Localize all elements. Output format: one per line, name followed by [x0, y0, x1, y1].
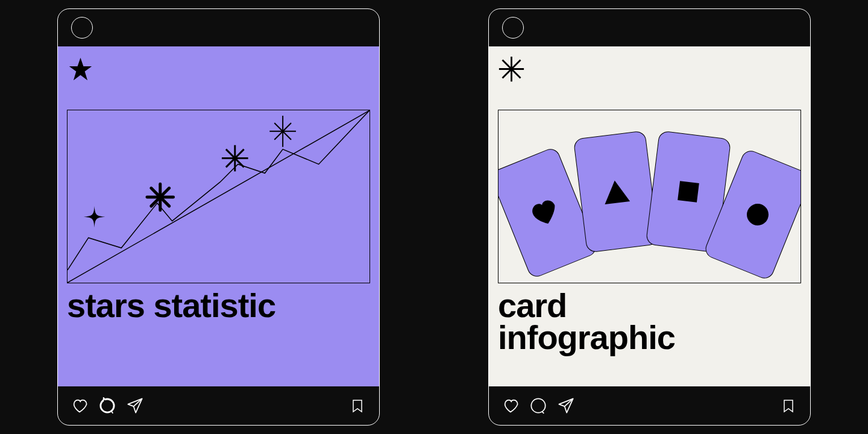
svg-rect-18 — [678, 181, 699, 203]
bookmark-icon[interactable] — [780, 397, 797, 414]
svg-point-19 — [744, 201, 772, 229]
avatar-circle[interactable] — [71, 17, 93, 39]
comment-icon[interactable] — [530, 397, 547, 414]
comment-icon[interactable] — [99, 397, 116, 414]
social-post-cards: card infographic — [488, 8, 811, 426]
post-content: card infographic — [489, 46, 810, 386]
star-icon — [67, 55, 94, 83]
share-icon[interactable] — [127, 397, 143, 414]
bookmark-icon[interactable] — [349, 397, 366, 414]
post-title: stars statistic — [58, 283, 379, 321]
svg-point-20 — [531, 398, 545, 412]
post-footer — [58, 386, 379, 425]
post-footer — [489, 386, 810, 425]
cards-illustration — [498, 110, 801, 283]
post-content: stars statistic — [58, 46, 379, 386]
post-header — [58, 9, 379, 46]
heart-icon[interactable] — [71, 397, 88, 414]
heart-icon[interactable] — [502, 397, 519, 414]
social-post-stars: stars statistic — [57, 8, 380, 426]
svg-point-13 — [100, 398, 114, 412]
post-title: card infographic — [489, 283, 810, 353]
avatar-circle[interactable] — [502, 17, 524, 39]
sparkle-icon — [498, 55, 525, 83]
post-header — [489, 9, 810, 46]
svg-line-0 — [68, 110, 370, 283]
chart-illustration — [67, 110, 370, 283]
share-icon[interactable] — [558, 397, 574, 414]
